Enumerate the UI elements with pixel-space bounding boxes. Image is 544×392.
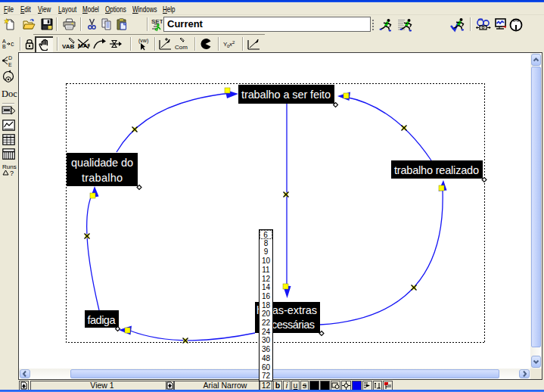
svg-text:A: A [2,39,6,44]
svg-text:B: B [2,44,6,49]
svg-text:trabalho realizado: trabalho realizado [394,164,479,176]
svg-text:?: ? [10,170,14,176]
svg-text:D: D [8,55,12,61]
svg-text:c: c [11,40,14,48]
svg-text:2: 2 [232,40,235,45]
svg-text:E: E [8,62,12,67]
svg-text:Com: Com [175,44,188,51]
svg-text:(vw): (vw) [138,38,148,44]
svg-text:Doc: Doc [2,89,17,99]
svg-text:VAB: VAB [62,43,75,50]
svg-text:trabalho: trabalho [82,172,123,184]
svg-text:trabalho a ser feito: trabalho a ser feito [241,89,331,101]
svg-text:fadiga: fadiga [88,314,117,326]
svg-text:qualidade do: qualidade do [71,157,133,169]
